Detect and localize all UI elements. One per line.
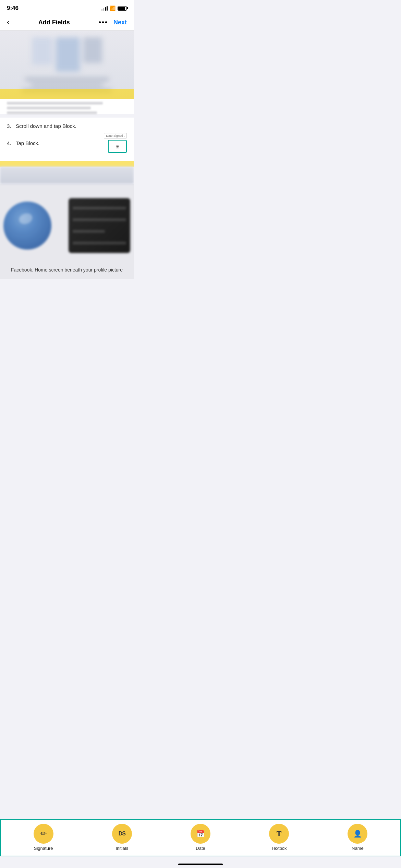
instruction-3: 3. Scroll down and tap Block. xyxy=(7,123,127,129)
document-preview-top xyxy=(0,31,134,99)
more-options-button[interactable]: ••• xyxy=(99,19,108,26)
nav-right-actions: ••• Next xyxy=(99,19,127,26)
blur-bar-1 xyxy=(25,78,109,81)
section-gap xyxy=(0,184,134,189)
field-box-icon: ⊞ xyxy=(116,144,120,149)
blur-bar-2 xyxy=(31,84,103,87)
back-button[interactable]: ‹ xyxy=(7,18,9,27)
blue-circle-decoration xyxy=(3,202,51,250)
caption-text: Facebook. Home screen beneath your profi… xyxy=(4,263,130,279)
date-signed-badge: Date Signed . xyxy=(104,133,127,138)
document-images xyxy=(32,37,102,72)
yellow-highlight-top xyxy=(0,89,134,99)
screenshot-section: Facebook. Home screen beneath your profi… xyxy=(0,189,134,279)
caption-underline: screen beneath your xyxy=(49,267,93,273)
document-text-area: 3. Scroll down and tap Block. 4. Tap Blo… xyxy=(0,118,134,161)
nav-bar: ‹ Add Fields ••• Next xyxy=(0,14,134,31)
next-button[interactable]: Next xyxy=(113,19,127,26)
field-demo: Date Signed . ⊞ xyxy=(104,133,127,153)
signal-icon xyxy=(101,6,108,11)
dark-panel-line-2 xyxy=(73,218,126,221)
blurred-text-lines xyxy=(0,99,134,114)
dark-panel-line-3 xyxy=(73,230,105,233)
dark-panel-line-4 xyxy=(73,242,126,244)
page-title: Add Fields xyxy=(38,19,70,26)
status-bar: 9:46 📶 xyxy=(0,0,134,14)
dark-panel-decoration xyxy=(69,198,130,253)
status-icons: 📶 xyxy=(101,5,127,11)
dark-panel-line-1 xyxy=(73,207,126,209)
field-box-demo: ⊞ xyxy=(108,140,127,153)
battery-icon xyxy=(118,6,127,11)
instruction-4-row: 4. Tap Block. Date Signed . ⊞ xyxy=(7,133,127,153)
document-preview-bottom xyxy=(0,167,134,184)
yellow-highlight-bar xyxy=(0,161,134,167)
status-time: 9:46 xyxy=(7,5,19,12)
blurred-screenshot xyxy=(0,195,134,263)
instruction-4: 4. Tap Block. xyxy=(7,140,104,146)
wifi-icon: 📶 xyxy=(110,5,116,11)
